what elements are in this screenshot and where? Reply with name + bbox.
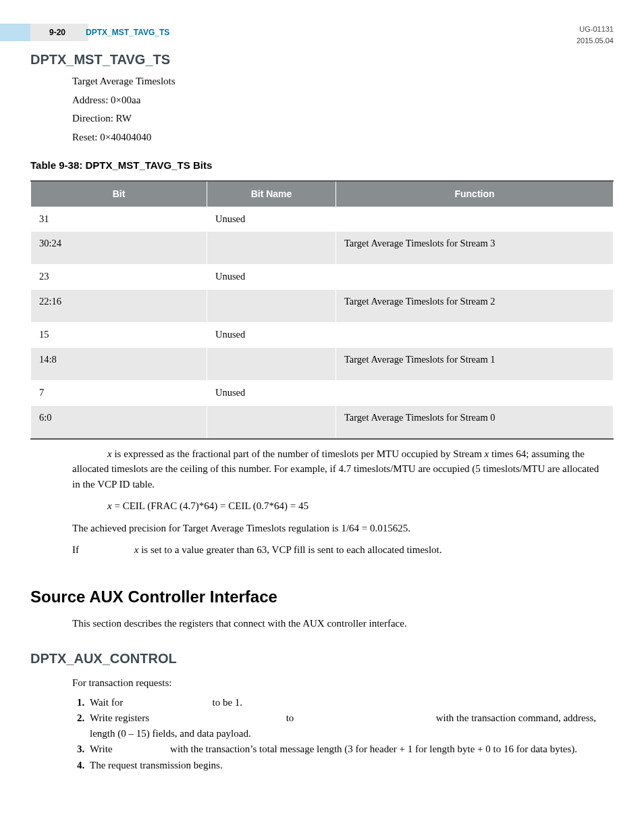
th-bitname: Bit Name: [207, 181, 336, 207]
table-row: 6:0Target Average Timeslots for Stream 0: [31, 405, 614, 439]
section-title-aux-control: DPTX_AUX_CONTROL: [30, 648, 614, 669]
table-row: 31Unused: [31, 207, 614, 232]
doc-meta: UG-01131 2015.05.04: [576, 24, 614, 46]
step-3: Write with the transaction’s total messa…: [87, 741, 607, 757]
note-p1: x is expressed as the fractional part of…: [72, 446, 607, 492]
table-row: 23Unused: [31, 265, 614, 290]
doc-id: UG-01131: [576, 24, 614, 35]
note-p4: If x is set to a value greater than 63, …: [72, 542, 607, 558]
step-2: Write registers to with the transaction …: [87, 710, 607, 741]
running-header-title: DPTX_MST_TAVG_TS: [86, 26, 169, 38]
note-p3: The achieved precision for Target Averag…: [72, 521, 607, 536]
table-row: 30:24Target Average Timeslots for Stream…: [31, 232, 614, 265]
table-row: 7Unused: [31, 380, 614, 405]
table-row: 15Unused: [31, 323, 614, 348]
prop-reset: Reset: 0×40404040: [72, 130, 607, 145]
notes-block: x is expressed as the fractional part of…: [72, 446, 607, 558]
steps-list: Wait for to be 1. Write registers to wit…: [72, 695, 607, 773]
prop-direction: Direction: RW: [72, 111, 607, 126]
section-title-aux-interface: Source AUX Controller Interface: [30, 585, 614, 609]
th-bit: Bit: [31, 181, 207, 207]
page-header: 9-20 DPTX_MST_TAVG_TS UG-01131 2015.05.0…: [30, 24, 614, 46]
prop-address: Address: 0×00aa: [72, 93, 607, 108]
section-title-tavg: DPTX_MST_TAVG_TS: [30, 49, 614, 70]
page-number: 9-20: [49, 28, 78, 37]
table-row: 22:16Target Average Timeslots for Stream…: [31, 290, 614, 323]
step-1: Wait for to be 1.: [87, 695, 607, 710]
step-4: The request transmission begins.: [87, 758, 607, 773]
doc-date: 2015.05.04: [576, 35, 614, 47]
prop-desc: Target Average Timeslots: [72, 74, 607, 89]
table-caption: Table 9-38: DPTX_MST_TAVG_TS Bits: [30, 158, 614, 174]
page-number-badge: 9-20: [0, 24, 88, 41]
aux-control-intro: For transaction requests:: [72, 675, 607, 691]
aux-intro: This section describes the registers tha…: [72, 616, 607, 631]
note-p2: x = CEIL (FRAC (4.7)*64) = CEIL (0.7*64)…: [107, 498, 607, 514]
register-properties: Target Average Timeslots Address: 0×00aa…: [72, 74, 607, 145]
bits-table: Bit Bit Name Function 31Unused 30:24Targ…: [30, 180, 614, 440]
th-function: Function: [336, 181, 614, 207]
table-row: 14:8Target Average Timeslots for Stream …: [31, 347, 614, 380]
